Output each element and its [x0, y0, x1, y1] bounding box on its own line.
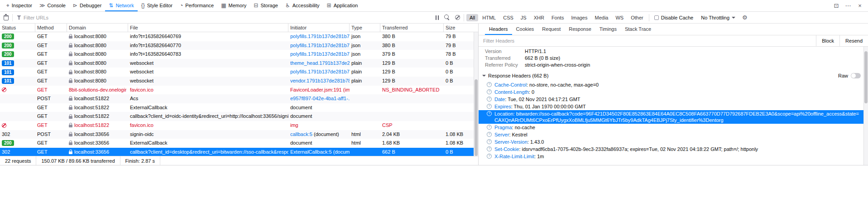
header-row[interactable]: Pragmano-cache [485, 124, 862, 131]
initiator-link[interactable]: polyfills.1791b137de281b787… [290, 69, 350, 74]
header-row[interactable]: Locationbitwarden://sso-callback?code=96… [479, 110, 868, 124]
header-row[interactable]: ExpiresThu, 01 Jan 1970 00:00:00 GMT [485, 103, 862, 110]
header-row[interactable]: Content-Length0 [485, 88, 862, 96]
header-row[interactable]: ServerKestrel [485, 131, 862, 138]
network-settings-gear-icon[interactable]: ⚙ [740, 15, 749, 20]
devtools-tab[interactable]: ♿ Accessibility [282, 0, 323, 11]
column-header[interactable]: Domain [67, 24, 128, 32]
devtools-tab[interactable]: ▦ Memory [217, 0, 250, 11]
initiator-link[interactable]: theme_head.1791b137de281… [290, 60, 350, 66]
clear-requests-icon[interactable] [4, 15, 9, 20]
request-list-scrollbar[interactable] [474, 32, 478, 156]
meatball-menu-icon[interactable]: ⋯ [843, 2, 854, 9]
type-filter-button[interactable]: WS [612, 14, 627, 21]
header-row[interactable]: Cache-Controlno-store, no-cache, max-age… [485, 81, 862, 88]
column-header[interactable]: Transferred [380, 24, 444, 32]
details-tab[interactable]: Headers [485, 24, 512, 35]
help-icon[interactable] [487, 82, 492, 87]
response-headers-section[interactable]: Response Headers (662 B) Raw [482, 71, 862, 80]
details-tab[interactable]: Cookies [512, 24, 538, 35]
column-header[interactable]: Initiator [288, 24, 350, 32]
initiator-link[interactable]: img [290, 122, 298, 128]
devtools-tab[interactable]: ⌖ Inspector [3, 0, 36, 11]
responsive-design-icon[interactable]: ⊡ [831, 2, 842, 9]
initiator-link[interactable]: polyfills.1791b137de281b787… [290, 43, 350, 48]
devtools-tab[interactable]: ⊳ Debugger [69, 0, 105, 11]
request-row[interactable]: POST localhost:51822 Acs e957f897-042e-4… [0, 94, 478, 103]
help-icon[interactable] [487, 139, 492, 144]
type-filter-button[interactable]: All [466, 14, 478, 21]
request-row[interactable]: 101 GET localhost:8080 websocket theme_h… [0, 59, 478, 68]
column-header[interactable]: Method [35, 24, 67, 32]
details-tab[interactable]: Stack Trace [621, 24, 655, 35]
help-icon[interactable] [487, 104, 492, 109]
initiator-link[interactable]: document [290, 113, 312, 119]
request-row[interactable]: 302 GET localhost:33656 callback?client_… [0, 148, 478, 156]
devtools-tab[interactable]: ≫ Console [36, 0, 69, 11]
type-filter-button[interactable]: Fonts [548, 14, 567, 21]
request-row[interactable]: 200 GET localhost:8080 info?t=1635826640… [0, 50, 478, 59]
header-row[interactable]: DateTue, 02 Nov 2021 04:17:21 GMT [485, 96, 862, 103]
raw-toggle[interactable] [851, 73, 861, 78]
scrollbar-thumb[interactable] [864, 51, 868, 103]
column-header[interactable]: Status [0, 24, 35, 32]
filter-headers-input[interactable] [479, 35, 816, 46]
help-icon[interactable] [487, 111, 492, 116]
initiator-link[interactable]: vendor.1791b137de281b787… [290, 78, 350, 83]
initiator-link[interactable]: document [290, 105, 312, 110]
resend-button[interactable]: Resend [839, 35, 868, 46]
request-row[interactable]: GET localhost:51822 ExternalCallback doc… [0, 103, 478, 112]
request-row[interactable]: 200 GET localhost:8080 info?t=1635826640… [0, 32, 478, 41]
details-scrollbar[interactable] [863, 47, 868, 165]
request-blocking-icon[interactable] [455, 15, 460, 20]
column-header[interactable]: Size [444, 24, 478, 32]
pause-icon[interactable] [436, 15, 439, 20]
column-header[interactable]: File [128, 24, 288, 32]
request-row[interactable]: 200 GET localhost:33656 ExternalCallback… [0, 139, 478, 148]
request-row[interactable]: 101 GET localhost:8080 websocket polyfil… [0, 68, 478, 77]
collapse-arrow-icon[interactable] [482, 75, 486, 78]
request-row[interactable]: 200 GET localhost:8080 info?t=1635826640… [0, 41, 478, 50]
help-icon[interactable] [487, 125, 492, 130]
help-icon[interactable] [487, 146, 492, 151]
throttling-dropdown[interactable]: No Throttling [698, 15, 738, 20]
details-tab[interactable]: Request [538, 24, 565, 35]
initiator-link[interactable]: callback:5 [290, 131, 312, 137]
disable-cache[interactable]: Disable Cache [652, 15, 696, 20]
filter-urls-input[interactable] [24, 15, 432, 20]
request-row[interactable]: GET localhost:51822 callback?client_id=o… [0, 112, 478, 121]
type-filter-button[interactable]: Other [628, 14, 647, 21]
initiator-link[interactable]: FaviconLoader.jsm:191 (img) [290, 87, 350, 92]
header-row[interactable]: Server-Version1.43.0 [485, 138, 862, 146]
column-header[interactable]: Type [350, 24, 380, 32]
type-filter-button[interactable]: Media [591, 14, 611, 21]
details-tab[interactable]: Timings [595, 24, 621, 35]
type-filter-button[interactable]: HTML [479, 14, 499, 21]
type-filter-button[interactable]: JS [518, 14, 530, 21]
initiator-link[interactable]: e957f897-042e-4ba1-aff1-… [290, 96, 350, 101]
header-row[interactable]: X-Rate-Limit-Limit1m [485, 153, 862, 160]
devtools-tab[interactable]: ◔ Performance [176, 0, 217, 11]
request-row[interactable]: GET localhost:51822 favicon.ico img [0, 121, 478, 130]
initiator-link[interactable]: document [290, 140, 312, 146]
devtools-tab[interactable]: ⊟ Storage [250, 0, 282, 11]
devtools-tab[interactable]: ⊞ Application [323, 0, 362, 11]
request-row[interactable]: GET 8bit-solutions-dev.onelogin… favicon… [0, 86, 478, 95]
devtools-tab[interactable]: {} Style Editor [138, 0, 176, 11]
disable-cache-checkbox[interactable] [654, 15, 659, 20]
initiator-link[interactable]: ExternalCallback:5 [290, 149, 332, 155]
type-filter-button[interactable]: XHR [531, 14, 547, 21]
request-row[interactable]: 101 GET localhost:8080 websocket vendor.… [0, 77, 478, 86]
request-row[interactable]: 302 POST localhost:33656 signin-oidc cal… [0, 130, 478, 139]
devtools-tab[interactable]: ⇅ Network [105, 0, 137, 11]
header-row[interactable]: Set-Cookieidsrv=adf6cba1-7075-402b-9ec3-… [485, 146, 862, 153]
details-tab[interactable]: Response [565, 24, 595, 35]
search-icon[interactable] [444, 15, 450, 20]
scrollbar-thumb[interactable] [475, 79, 478, 156]
help-icon[interactable] [487, 132, 492, 137]
help-icon[interactable] [487, 97, 492, 102]
initiator-link[interactable]: polyfills.1791b137de281b787… [290, 34, 350, 39]
initiator-link[interactable]: polyfills.1791b137de281b787… [290, 51, 350, 57]
block-button[interactable]: Block [816, 35, 839, 46]
close-icon[interactable]: × [854, 2, 865, 9]
